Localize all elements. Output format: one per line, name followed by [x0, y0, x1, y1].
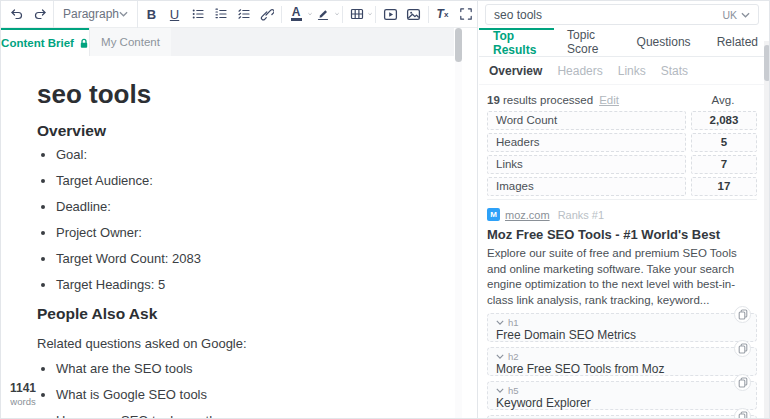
list-item: What are the SEO tools: [56, 362, 434, 376]
result-title: Moz Free SEO Tools - #1 World's Best: [487, 228, 757, 242]
list-item: Deadline:: [56, 200, 434, 214]
word-count-label: words: [6, 396, 40, 407]
bold-button[interactable]: B: [141, 4, 162, 25]
table-row: Word Count 2,083: [487, 111, 757, 130]
header-tag-row: h5: [496, 385, 748, 396]
search-row: seo tools UK: [479, 1, 770, 28]
list-item: Target Audience:: [56, 174, 434, 188]
highlight-button[interactable]: [313, 4, 334, 25]
results-subnav: Overview Headers Links Stats: [479, 57, 770, 85]
subtab-overview[interactable]: Overview: [489, 64, 542, 78]
research-tabbar: Top Results Topic Score Questions Relate…: [479, 28, 770, 57]
editor-scrollbar[interactable]: [455, 28, 462, 419]
link-button[interactable]: [256, 4, 277, 25]
tab-questions[interactable]: Questions: [624, 28, 704, 56]
editor-scrollbar-thumb[interactable]: [455, 28, 462, 62]
redo-button[interactable]: [29, 4, 50, 25]
editor-tabbar: Content Brief My Content: [1, 28, 454, 56]
results-scrollbar[interactable]: [764, 41, 770, 419]
text-color-letter: A: [292, 7, 301, 17]
stat-value: 5: [691, 133, 757, 152]
ordered-list-button[interactable]: [210, 4, 231, 25]
bullet-list-button[interactable]: [187, 4, 208, 25]
research-panel: seo tools UK Top Results Topic Score Que…: [479, 1, 770, 419]
fullscreen-button[interactable]: [455, 4, 476, 25]
subtab-headers[interactable]: Headers: [557, 64, 602, 78]
seo-content-app: Paragraph B U A Tx: [0, 0, 770, 419]
video-embed-button[interactable]: [380, 4, 401, 25]
list-item: Goal:: [56, 148, 434, 162]
word-count: 1141 words: [6, 381, 40, 407]
stat-label: Word Count: [487, 111, 686, 130]
search-input[interactable]: seo tools UK: [485, 4, 759, 25]
tab-related[interactable]: Related: [704, 28, 770, 56]
header-tag-row: h1: [496, 317, 748, 328]
overview-list: Goal: Target Audience: Deadline: Project…: [37, 148, 434, 292]
section-heading-overview: Overview: [37, 122, 434, 139]
stat-value: 17: [691, 177, 757, 196]
table-button[interactable]: [346, 4, 367, 25]
underline-button[interactable]: U: [164, 4, 185, 25]
list-item: How many SEO tools are there: [56, 414, 434, 419]
header-card: h5 Link Explorer: [487, 415, 757, 419]
editor-panel: Paragraph B U A Tx: [1, 1, 478, 419]
chevron-down-icon[interactable]: [308, 11, 312, 17]
tab-content-brief-label: Content Brief: [1, 37, 74, 49]
undo-button[interactable]: [6, 4, 27, 25]
copy-button[interactable]: [734, 408, 751, 419]
clear-format-letter: T: [437, 7, 444, 21]
divider: [487, 199, 757, 200]
chevron-down-icon: [119, 11, 128, 17]
search-query: seo tools: [494, 8, 542, 22]
tab-my-content[interactable]: My Content: [89, 28, 171, 56]
editor-toolbar: Paragraph B U A Tx: [1, 1, 477, 28]
chevron-down-icon[interactable]: [368, 11, 372, 17]
header-tag: h1: [508, 317, 519, 328]
stat-value: 2,083: [691, 111, 757, 130]
avg-column-header: Avg.: [689, 94, 757, 106]
copy-button[interactable]: [734, 306, 751, 323]
header-text: Keyword Explorer: [496, 397, 748, 410]
subtab-links[interactable]: Links: [618, 64, 646, 78]
header-text: Free Domain SEO Metrics: [496, 329, 748, 342]
header-tag: h5: [508, 385, 519, 396]
stats-table: Word Count 2,083 Headers 5 Links 7 Image…: [487, 111, 757, 196]
chevron-down-icon[interactable]: [496, 388, 504, 393]
stat-label: Images: [487, 177, 686, 196]
section-heading-people-also-ask: People Also Ask: [37, 305, 434, 322]
chevron-down-icon[interactable]: [496, 320, 504, 325]
region-select[interactable]: UK: [722, 9, 750, 21]
text-color-button[interactable]: A: [286, 4, 307, 25]
text-color-bar: [291, 18, 302, 21]
results-content: 19 results processed Edit Avg. Word Coun…: [479, 94, 770, 419]
checklist-button[interactable]: [233, 4, 254, 25]
stat-label: Headers: [487, 133, 686, 152]
chevron-down-icon[interactable]: [496, 354, 504, 359]
result-rank-badge: Ranks #1: [558, 209, 604, 221]
clear-format-sub: x: [444, 10, 448, 19]
document-title: seo tools: [37, 80, 434, 108]
processed-row: 19 results processed Edit Avg.: [487, 94, 757, 106]
edit-link[interactable]: Edit: [599, 94, 619, 106]
header-card: h2 More Free SEO Tools from Moz: [487, 347, 757, 376]
tab-top-results[interactable]: Top Results: [479, 28, 554, 56]
clear-format-button[interactable]: Tx: [432, 4, 453, 25]
moz-favicon: M: [487, 208, 500, 221]
tab-content-brief[interactable]: Content Brief: [1, 28, 89, 56]
subtab-stats[interactable]: Stats: [661, 64, 688, 78]
document-editor[interactable]: seo tools Overview Goal: Target Audience…: [1, 56, 454, 419]
paragraph-style-select[interactable]: Paragraph: [53, 1, 138, 28]
chevron-down-icon: [741, 12, 750, 18]
result-domain-link[interactable]: moz.com: [505, 209, 550, 221]
lock-icon: [79, 38, 89, 49]
tab-my-content-label: My Content: [101, 36, 160, 48]
results-scrollbar-thumb[interactable]: [764, 45, 770, 81]
stat-value: 7: [691, 155, 757, 174]
chevron-down-icon[interactable]: [335, 11, 339, 17]
tab-topic-score[interactable]: Topic Score: [554, 28, 624, 56]
copy-button[interactable]: [734, 374, 751, 391]
result-site-row: M moz.com Ranks #1: [487, 208, 757, 221]
list-item: What is Google SEO tools: [56, 388, 434, 402]
copy-button[interactable]: [734, 340, 751, 357]
image-button[interactable]: [403, 4, 424, 25]
